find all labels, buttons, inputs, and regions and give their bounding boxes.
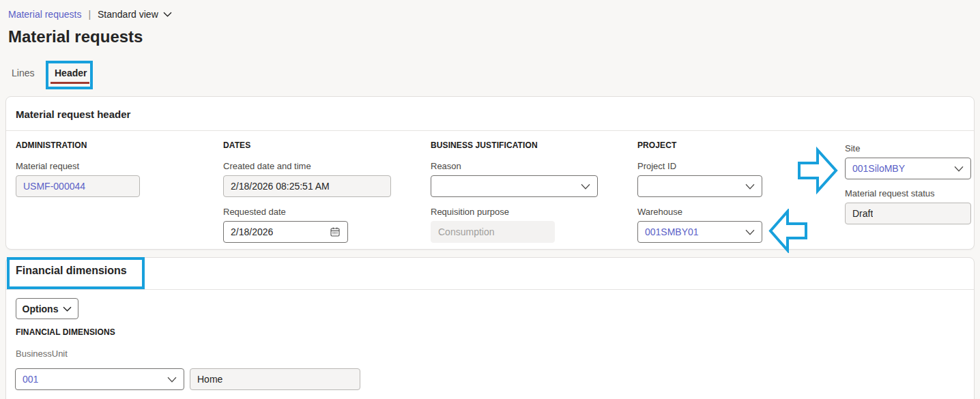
project-id-label: Project ID [637, 161, 762, 171]
warehouse-label: Warehouse [637, 207, 762, 217]
requisition-purpose-field-group: Requisition purpose Consumption [431, 207, 555, 243]
project-id-combobox[interactable] [637, 175, 762, 197]
section-divider [6, 130, 974, 131]
site-label: Site [845, 143, 971, 153]
group-heading-financial-dimensions: FINANCIAL DIMENSIONS [16, 327, 115, 337]
status-field-group: Material request status Draft [845, 188, 971, 224]
site-value: 001SiloMBY [852, 163, 905, 174]
view-selector[interactable]: Standard view [98, 9, 172, 20]
section-divider [6, 289, 974, 290]
group-heading-project: PROJECT [637, 141, 676, 150]
status-value: Draft [852, 208, 873, 219]
financial-dimensions-section: Financial dimensions Options FINANCIAL D… [5, 257, 975, 399]
reason-field-group: Reason [431, 161, 598, 197]
requested-date-input[interactable]: 2/18/2026 [223, 221, 348, 243]
businessunit-description-value: Home [197, 374, 222, 385]
section-title-financial-dimensions[interactable]: Financial dimensions [16, 265, 127, 277]
tab-lines[interactable]: Lines [12, 68, 34, 78]
status-label: Material request status [845, 188, 971, 198]
created-date-field: 2/18/2026 08:25:51 AM [223, 175, 391, 197]
group-heading-dates: DATES [223, 141, 250, 150]
businessunit-combobox[interactable]: 001 [15, 368, 184, 390]
options-button-label: Options [23, 304, 59, 314]
requested-date-value: 2/18/2026 [231, 226, 273, 237]
businessunit-description-group: Home [190, 368, 360, 390]
requisition-purpose-value: Consumption [438, 226, 495, 237]
requisition-purpose-label: Requisition purpose [431, 207, 555, 217]
calendar-icon [330, 226, 341, 237]
site-combobox[interactable]: 001SiloMBY [845, 158, 971, 179]
created-date-field-group: Created date and time 2/18/2026 08:25:51… [223, 161, 391, 197]
options-button[interactable]: Options [16, 298, 78, 319]
chevron-down-icon [63, 306, 72, 312]
breadcrumb-link[interactable]: Material requests [8, 9, 81, 20]
warehouse-value: 001SMBY01 [645, 226, 699, 237]
material-request-field: USMF-000044 [16, 175, 140, 197]
group-heading-administration: ADMINISTRATION [16, 141, 87, 150]
reason-label: Reason [431, 161, 598, 171]
warehouse-field-group: Warehouse 001SMBY01 [637, 207, 762, 243]
material-request-label: Material request [16, 161, 140, 171]
site-field-group: Site 001SiloMBY [845, 143, 971, 179]
chevron-down-icon [745, 183, 755, 190]
chevron-down-icon [163, 12, 172, 17]
businessunit-field-group: 001 [15, 368, 184, 390]
tab-header[interactable]: Header [55, 68, 87, 78]
businessunit-value: 001 [23, 374, 38, 385]
section-title-material-request-header[interactable]: Material request header [16, 108, 130, 120]
requisition-purpose-field: Consumption [431, 221, 555, 243]
chevron-down-icon [954, 166, 964, 172]
chevron-down-icon [745, 229, 755, 235]
requested-date-field-group: Requested date 2/18/2026 [223, 207, 348, 243]
created-date-label: Created date and time [223, 161, 391, 171]
material-request-field-group: Material request USMF-000044 [16, 161, 140, 197]
breadcrumb: Material requests | Standard view [8, 9, 172, 20]
calendar-button[interactable] [330, 226, 341, 237]
page-title: Material requests [8, 27, 143, 46]
chevron-down-icon [167, 376, 177, 383]
warehouse-combobox[interactable]: 001SMBY01 [637, 221, 762, 243]
chevron-down-icon [581, 183, 590, 190]
project-id-field-group: Project ID [637, 161, 762, 197]
requested-date-label: Requested date [223, 207, 348, 217]
reason-combobox[interactable] [431, 175, 598, 197]
active-tab-underline [51, 82, 89, 84]
material-request-header-section: Material request header ADMINISTRATION M… [5, 96, 975, 250]
group-heading-business-justification: BUSINESS JUSTIFICATION [431, 141, 538, 150]
status-field: Draft [845, 203, 971, 224]
material-request-link[interactable]: USMF-000044 [23, 181, 85, 192]
businessunit-description-field: Home [190, 368, 360, 390]
view-selector-label: Standard view [98, 9, 158, 20]
breadcrumb-separator: | [88, 9, 91, 20]
created-date-value: 2/18/2026 08:25:51 AM [231, 181, 330, 192]
businessunit-label: BusinessUnit [16, 349, 68, 359]
